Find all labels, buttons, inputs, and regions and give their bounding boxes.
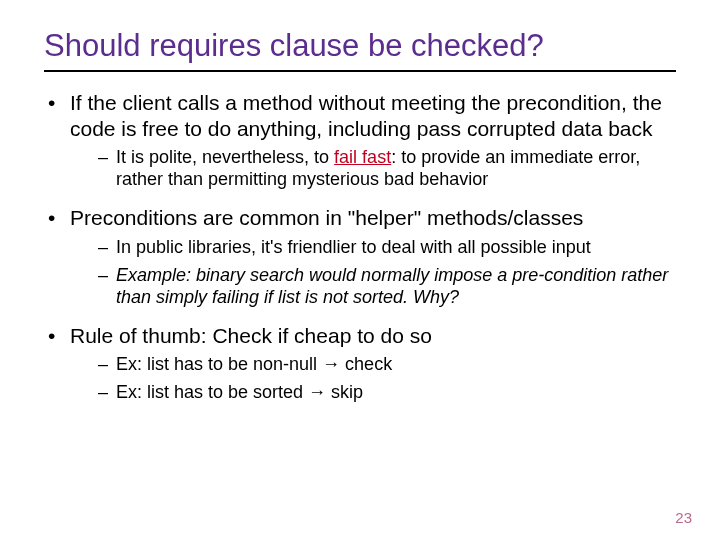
- bullet-1-1: It is polite, nevertheless, to fail fast…: [70, 147, 676, 191]
- page-number: 23: [675, 509, 692, 526]
- bullet-2-1: In public libraries, it's friendlier to …: [70, 237, 676, 259]
- bullet-1: If the client calls a method without mee…: [44, 90, 676, 191]
- title-rule: [44, 70, 676, 72]
- bullet-3-2: Ex: list has to be sorted → skip: [70, 382, 676, 404]
- bullet-2-2: Example: binary search would normally im…: [70, 265, 676, 309]
- bullet-3-2-text: Ex: list has to be sorted → skip: [116, 382, 363, 402]
- bullet-3-text: Rule of thumb: Check if cheap to do so: [70, 324, 432, 347]
- bullet-2: Preconditions are common in "helper" met…: [44, 205, 676, 308]
- bullet-3-1: Ex: list has to be non-null → check: [70, 354, 676, 376]
- bullet-2-text: Preconditions are common in "helper" met…: [70, 206, 583, 229]
- bullet-1-sublist: It is polite, nevertheless, to fail fast…: [70, 147, 676, 191]
- bullet-1-text: If the client calls a method without mee…: [70, 91, 662, 140]
- fail-fast-text: fail fast: [334, 147, 391, 167]
- bullet-2-1-text: In public libraries, it's friendlier to …: [116, 237, 591, 257]
- bullet-2-2-text: Example: binary search would normally im…: [116, 265, 668, 307]
- bullet-2-sublist: In public libraries, it's friendlier to …: [70, 237, 676, 309]
- bullet-3: Rule of thumb: Check if cheap to do so E…: [44, 323, 676, 405]
- bullet-list: If the client calls a method without mee…: [44, 90, 676, 404]
- bullet-3-sublist: Ex: list has to be non-null → check Ex: …: [70, 354, 676, 404]
- slide: Should requires clause be checked? If th…: [0, 0, 720, 540]
- bullet-3-1-text: Ex: list has to be non-null → check: [116, 354, 392, 374]
- slide-title: Should requires clause be checked?: [44, 28, 676, 64]
- bullet-1-1-pre: It is polite, nevertheless, to: [116, 147, 334, 167]
